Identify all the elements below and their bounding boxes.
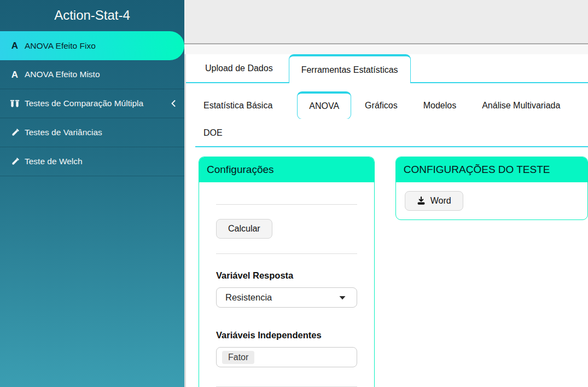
primary-tab-bar: Upload de Dados Ferramentas Estatísticas bbox=[186, 54, 588, 83]
tab-label: Upload de Dados bbox=[205, 63, 273, 73]
fator-chip: Fator bbox=[222, 351, 254, 364]
configuracoes-panel-header: Configurações bbox=[199, 157, 374, 182]
sidebar-item-teste-de-welch[interactable]: Teste de Welch bbox=[0, 147, 184, 176]
sidebar-item-anova-efeito-fixo[interactable]: A ANOVA Efeito Fixo bbox=[0, 31, 184, 60]
tab-label: Gráficos bbox=[365, 101, 398, 111]
download-icon bbox=[417, 197, 426, 205]
chevron-left-icon bbox=[171, 100, 176, 107]
content-zone: Upload de Dados Ferramentas Estatísticas… bbox=[184, 54, 588, 387]
panel-area: Configurações Calcular Variável Resposta… bbox=[186, 147, 588, 387]
tab-doe[interactable]: DOE bbox=[195, 119, 231, 146]
sidebar-item-testes-comparacao-multipla[interactable]: Testes de Comparação Múltipla bbox=[0, 89, 184, 118]
sidebar-item-label: Testes de Comparação Múltipla bbox=[25, 99, 143, 108]
sidebar-item-label: Teste de Welch bbox=[25, 157, 83, 166]
configuracoes-panel-body: Calcular Variável Resposta Resistencia V… bbox=[199, 204, 374, 387]
tab-graficos[interactable]: Gráficos bbox=[357, 91, 406, 119]
sidebar-item-testes-de-variancias[interactable]: Testes de Variâncias bbox=[0, 118, 184, 147]
vial-icon bbox=[9, 128, 21, 137]
configuracoes-panel: Configurações Calcular Variável Resposta… bbox=[199, 157, 375, 387]
vial-icon bbox=[9, 157, 21, 166]
sidebar: Action-Stat-4 A ANOVA Efeito Fixo A ANOV… bbox=[0, 0, 184, 387]
tab-label: ANOVA bbox=[309, 101, 339, 111]
tab-label: Análise Multivariada bbox=[482, 101, 560, 111]
top-toolbar bbox=[184, 0, 588, 44]
font-icon: A bbox=[9, 70, 21, 79]
vials-icon bbox=[9, 100, 21, 108]
variaveis-independentes-input[interactable]: Fator bbox=[216, 347, 357, 367]
tab-upload-de-dados[interactable]: Upload de Dados bbox=[195, 54, 283, 82]
tab-label: DOE bbox=[203, 128, 223, 138]
selected-value: Resistencia bbox=[225, 292, 272, 303]
tab-label: Modelos bbox=[423, 101, 456, 111]
divider bbox=[216, 204, 357, 205]
configuracoes-do-teste-panel: CONFIGURAÇÕES DO TESTE Word bbox=[395, 157, 588, 220]
tab-ferramentas-estatisticas[interactable]: Ferramentas Estatísticas bbox=[289, 54, 411, 83]
sidebar-item-label: Testes de Variâncias bbox=[25, 128, 102, 137]
word-export-button[interactable]: Word bbox=[405, 191, 463, 211]
top-spacer bbox=[184, 44, 588, 54]
font-icon: A bbox=[9, 41, 21, 50]
tab-label: Estatística Básica bbox=[203, 101, 272, 111]
tab-modelos[interactable]: Modelos bbox=[415, 91, 464, 119]
tab-analise-multivariada[interactable]: Análise Multivariada bbox=[474, 91, 568, 119]
divider bbox=[216, 253, 357, 254]
word-button-label: Word bbox=[430, 196, 451, 206]
app-title: Action-Stat-4 bbox=[0, 0, 184, 31]
calcular-button[interactable]: Calcular bbox=[216, 219, 272, 239]
sidebar-item-label: ANOVA Efeito Fixo bbox=[25, 41, 96, 51]
sidebar-nav: A ANOVA Efeito Fixo A ANOVA Efeito Misto… bbox=[0, 31, 184, 176]
configuracoes-do-teste-header: CONFIGURAÇÕES DO TESTE bbox=[396, 157, 587, 182]
sidebar-item-label: ANOVA Efeito Misto bbox=[25, 70, 100, 79]
sidebar-item-anova-efeito-misto[interactable]: A ANOVA Efeito Misto bbox=[0, 60, 184, 89]
tab-anova[interactable]: ANOVA bbox=[297, 91, 351, 119]
secondary-tab-bar: Estatística Básica ANOVA Gráficos Modelo… bbox=[195, 91, 588, 147]
main-content: Upload de Dados Ferramentas Estatísticas… bbox=[184, 0, 588, 387]
tab-estatistica-basica[interactable]: Estatística Básica bbox=[195, 91, 281, 119]
tab-label: Ferramentas Estatísticas bbox=[301, 65, 398, 75]
variaveis-independentes-label: Variáveis Independentes bbox=[216, 330, 357, 340]
variavel-resposta-select[interactable]: Resistencia bbox=[216, 287, 357, 308]
variavel-resposta-label: Variável Resposta bbox=[216, 270, 357, 281]
configuracoes-do-teste-body: Word bbox=[396, 182, 587, 220]
caret-down-icon bbox=[339, 296, 346, 300]
